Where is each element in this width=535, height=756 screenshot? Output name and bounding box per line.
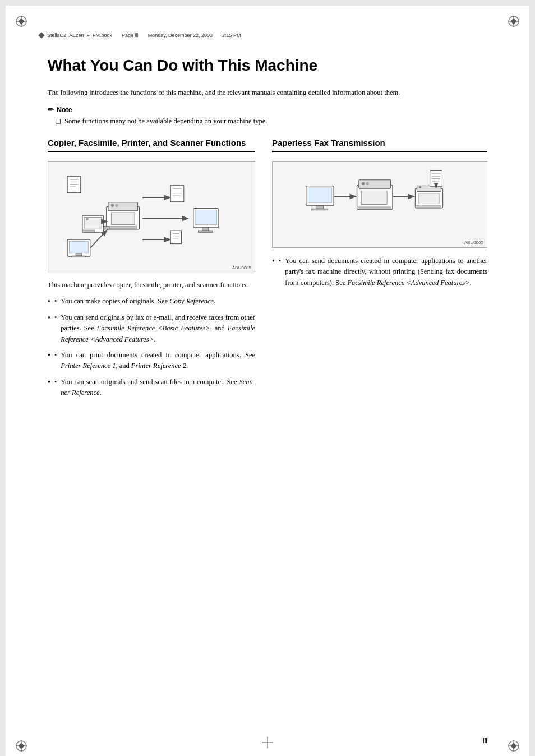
header-filename: StellaC2_AEzen_F_FM.book [47,33,112,38]
svg-rect-43 [198,231,213,232]
svg-point-26 [115,204,118,206]
page-title: What You Can Do with This Machine [48,56,487,75]
left-bullet-list: • You can make copies of originals. See … [48,296,255,398]
right-section-heading: Paperless Fax Transmission [272,138,487,152]
bullet-icon-1: • [54,296,57,307]
svg-rect-50 [69,241,88,253]
svg-rect-56 [316,206,323,209]
svg-rect-64 [359,207,391,209]
svg-rect-3 [18,18,24,24]
fax-diagram-svg [273,162,487,247]
bottom-center-mark [262,737,273,750]
svg-rect-31 [170,186,184,202]
corner-mark-bl [16,729,38,752]
svg-point-62 [362,182,365,185]
scanner-reference: Scan­ner Reference [61,378,255,397]
svg-rect-36 [170,231,181,244]
svg-rect-42 [202,228,209,231]
svg-rect-47 [82,230,94,232]
svg-rect-7 [510,18,516,24]
svg-point-63 [366,182,368,185]
svg-rect-68 [419,193,439,204]
right-bullet-icon: • [279,256,281,288]
svg-rect-55 [308,188,332,202]
header-page-label: Page iii [122,33,139,38]
note-section: ✏ Note Some functions many not be availa… [48,105,487,127]
bullet-item-fax: • You can send originals by fax or e-mai… [48,312,255,345]
svg-rect-41 [195,210,217,225]
svg-line-53 [90,231,107,248]
right-bullet-list: • You can send documents created in comp… [272,256,487,288]
right-column: Paperless Fax Transmission [272,138,487,403]
corner-mark-tr [497,16,519,38]
two-column-section: Copier, Facsimile, Printer, and Scanner … [48,138,487,403]
corner-mark-br [497,729,519,752]
svg-rect-11 [18,743,24,749]
svg-point-69 [419,186,421,188]
svg-rect-70 [415,206,441,208]
main-content: What You Can Do with This Machine The fo… [48,56,487,717]
note-item-text: Some functions many not be available dep… [64,116,267,127]
left-description: This machine provides copier, facsimile,… [48,280,255,291]
note-label: ✏ Note [48,105,487,114]
note-heading: Note [57,106,72,114]
svg-rect-23 [111,213,135,224]
page-header: StellaC2_AEzen_F_FM.book Page iii Monday… [39,33,496,38]
left-column: Copier, Facsimile, Printer, and Scanner … [48,138,255,403]
bullet-item-scan: • You can scan originals and send scan f… [48,377,255,399]
note-item-1: Some functions many not be available dep… [48,116,487,127]
right-diagram-caption: ABU0065 [464,240,483,245]
svg-point-46 [86,218,88,220]
svg-rect-15 [510,743,516,749]
header-date: Monday, December 22, 2003 [148,33,213,38]
copier-diagram: ABU0005 [48,161,255,273]
svg-rect-57 [312,209,328,210]
header-diamond-icon [38,32,44,38]
fax-reference-basic: Facsimile Reference <Ba­sic Features> [97,324,210,332]
fax-advanced-ref: Facsimile Ref­erence <Advanced Features> [347,279,469,287]
header-time: 2:15 PM [222,33,241,38]
svg-rect-24 [109,226,136,228]
bullet-icon-3: • [54,350,57,372]
printer-reference-1: Printer Reference 1, [61,362,117,370]
bullet-icon-4: • [54,377,57,399]
fax-diagram: ABU0065 [272,161,487,248]
page: StellaC2_AEzen_F_FM.book Page iii Monday… [6,6,529,756]
svg-rect-52 [72,256,86,257]
printer-reference-2: Print­er Reference 2 [131,362,186,370]
bullet-icon-2: • [54,312,57,345]
left-section-heading: Copier, Facsimile, Printer, and Scanner … [48,138,255,152]
svg-rect-61 [361,191,387,204]
intro-paragraph: The following introduces the functions o… [48,87,487,98]
corner-mark-tl [16,16,38,38]
svg-rect-51 [76,253,82,256]
bullet-item-print: • You can print documents created in com… [48,350,255,372]
copier-diagram-svg [48,162,255,273]
bullet-item-copies: • You can make copies of originals. See … [48,296,255,307]
copy-reference-link: Copy Reference [169,297,214,305]
page-number: iii [483,737,487,745]
note-icon: ✏ [48,105,54,114]
left-diagram-caption: ABU0005 [232,265,251,270]
svg-point-25 [111,204,114,206]
right-bullet-item: • You can send documents created in comp… [272,256,487,288]
svg-rect-16 [67,177,81,193]
